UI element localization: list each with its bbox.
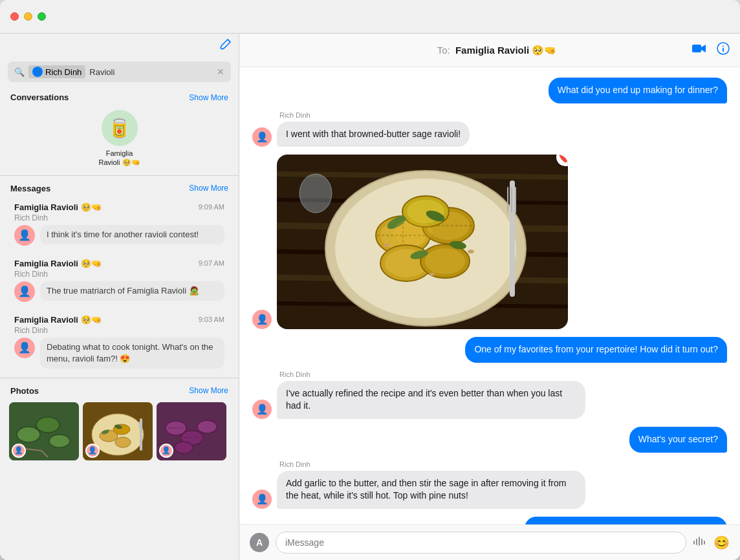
svg-point-10	[115, 437, 131, 447]
sender-name: Rich Dinh	[277, 371, 585, 380]
msg-item-name: Famiglia Ravioli 🥺🤜	[14, 315, 102, 325]
search-bar[interactable]: 🔍 👤 Rich Dinh Ravioli ✕	[8, 61, 231, 82]
to-label: To:	[437, 45, 450, 56]
msg-item-sender: Rich Dinh	[14, 213, 224, 222]
msg-item-name: Famiglia Ravioli 🥺🤜	[14, 259, 102, 268]
contact-tag-label: Rich Dinh	[45, 67, 82, 77]
svg-point-3	[49, 435, 70, 447]
photo-thumb-2[interactable]: 👤	[83, 402, 153, 460]
chat-input-bar: A 😊	[239, 524, 740, 560]
minimize-button[interactable]	[24, 12, 32, 21]
chat-header: To: Famiglia Ravioli 🥺🤜	[239, 34, 740, 67]
photo-thumb-3[interactable]: 👤	[157, 402, 226, 460]
svg-rect-64	[699, 537, 700, 546]
message-image[interactable]: ❤️	[277, 155, 568, 329]
photo-avatar-overlay-1: 👤	[12, 444, 26, 458]
apps-button[interactable]: A	[250, 533, 269, 552]
search-contact-tag: 👤 Rich Dinh	[28, 65, 85, 78]
compose-button[interactable]	[219, 39, 231, 54]
msg-item-body: 👤 The true matriarch of Famiglia Ravioli…	[14, 281, 224, 302]
svg-point-2	[36, 417, 60, 433]
message-row: 👤 Rich Dinh Add garlic to the butter, an…	[252, 460, 727, 509]
msg-item-time: 9:07 AM	[199, 259, 224, 267]
svg-point-54	[468, 250, 474, 253]
msg-item-preview: The true matriarch of Famiglia Ravioli 🧟	[40, 281, 224, 301]
svg-point-57	[299, 174, 332, 213]
msg-item-sender: Rich Dinh	[14, 270, 224, 279]
msg-item-preview: Debating what to cook tonight. What's on…	[40, 338, 224, 369]
search-query-text: Ravioli	[89, 67, 213, 77]
message-bubble: What did you end up making for dinner?	[549, 78, 727, 103]
message-bubble: Incredible. I have to try making this fo…	[525, 517, 727, 524]
emoji-icon[interactable]: 😊	[713, 535, 730, 550]
search-clear-button[interactable]: ✕	[217, 67, 224, 77]
bubble-wrapper: What did you end up making for dinner?	[549, 78, 727, 103]
info-icon[interactable]	[717, 42, 730, 58]
close-button[interactable]	[10, 12, 19, 21]
svg-point-19	[197, 420, 217, 433]
bubble-wrapper: Rich Dinh I've actually refined the reci…	[277, 371, 585, 419]
divider	[0, 378, 239, 378]
bubble-wrapper: What's your secret?	[629, 427, 727, 453]
messages-title: Messages	[10, 184, 50, 193]
sender-avatar: 👤	[252, 490, 272, 509]
conv-name: FamigliaRavioli 🥺🤜	[98, 149, 140, 167]
bubble-wrapper: Rich Dinh Add garlic to the butter, and …	[277, 460, 585, 509]
message-row: Incredible. I have to try making this fo…	[252, 517, 727, 524]
message-list-item[interactable]: Famiglia Ravioli 🥺🤜 9:03 AM Rich Dinh 👤 …	[5, 310, 234, 374]
bubble-wrapper: Rich Dinh I went with that browned-butte…	[277, 111, 470, 147]
sender-avatar: 👤	[252, 310, 272, 329]
chat-area: To: Famiglia Ravioli 🥺🤜	[239, 34, 740, 560]
conversations-title: Conversations	[10, 92, 69, 102]
msg-item-header: Famiglia Ravioli 🥺🤜 9:03 AM	[14, 315, 224, 325]
search-icon: 🔍	[14, 67, 25, 77]
msg-item-sender: Rich Dinh	[14, 326, 224, 335]
video-call-icon[interactable]	[692, 43, 706, 57]
msg-item-header: Famiglia Ravioli 🥺🤜 9:07 AM	[14, 259, 224, 268]
conversations-section-header: Conversations Show More	[0, 87, 239, 105]
photos-section-header: Photos Show More	[0, 381, 239, 398]
maximize-button[interactable]	[38, 12, 46, 21]
divider	[0, 175, 239, 176]
chat-messages: What did you end up making for dinner? 👤…	[239, 67, 740, 524]
svg-point-53	[384, 243, 390, 247]
svg-rect-63	[696, 539, 697, 545]
svg-rect-61	[515, 187, 516, 213]
svg-point-55	[430, 273, 435, 276]
msg-item-time: 9:03 AM	[199, 316, 224, 323]
conversation-item[interactable]: 🥫 FamigliaRavioli 🥺🤜	[0, 105, 239, 173]
chat-header-actions	[692, 42, 730, 58]
chat-title: To: Famiglia Ravioli 🥺🤜	[301, 45, 692, 56]
msg-sender-avatar: 👤	[14, 338, 35, 358]
message-row: One of my favorites from your repertoire…	[252, 337, 727, 363]
apps-label: A	[256, 537, 263, 548]
msg-sender-avatar: 👤	[14, 225, 35, 246]
conversations-show-more-button[interactable]: Show More	[189, 93, 228, 102]
message-row: 👤	[252, 155, 727, 329]
messages-show-more-button[interactable]: Show More	[189, 184, 228, 193]
svg-point-20	[175, 442, 193, 453]
svg-point-25	[723, 46, 724, 47]
svg-rect-66	[704, 541, 705, 544]
message-list-item[interactable]: Famiglia Ravioli 🥺🤜 9:07 AM Rich Dinh 👤 …	[5, 253, 234, 307]
msg-item-body: 👤 Debating what to cook tonight. What's …	[14, 338, 224, 369]
photo-avatar-overlay-3: 👤	[159, 444, 173, 458]
msg-item-body: 👤 I think it's time for another ravioli …	[14, 225, 224, 246]
photos-show-more-button[interactable]: Show More	[189, 386, 228, 395]
photo-thumb-1[interactable]: 👤	[9, 402, 79, 460]
svg-rect-65	[701, 539, 702, 545]
message-row: What's your secret?	[252, 427, 727, 453]
title-bar	[0, 0, 740, 34]
svg-rect-59	[507, 187, 508, 213]
message-list-item[interactable]: Famiglia Ravioli 🥺🤜 9:09 AM Rich Dinh 👤 …	[5, 197, 234, 251]
bubble-wrapper: One of my favorites from your repertoire…	[465, 337, 727, 363]
sender-name: Rich Dinh	[277, 460, 585, 469]
chat-recipient: Famiglia Ravioli 🥺🤜	[455, 45, 556, 56]
message-input[interactable]	[276, 532, 686, 554]
photos-grid: 👤	[0, 398, 239, 468]
app-window: 🔍 👤 Rich Dinh Ravioli ✕ Conversations Sh…	[0, 0, 740, 560]
audio-input-icon[interactable]	[693, 535, 707, 550]
sender-name: Rich Dinh	[277, 111, 470, 120]
msg-sender-avatar: 👤	[14, 281, 35, 302]
main-content: 🔍 👤 Rich Dinh Ravioli ✕ Conversations Sh…	[0, 34, 740, 560]
